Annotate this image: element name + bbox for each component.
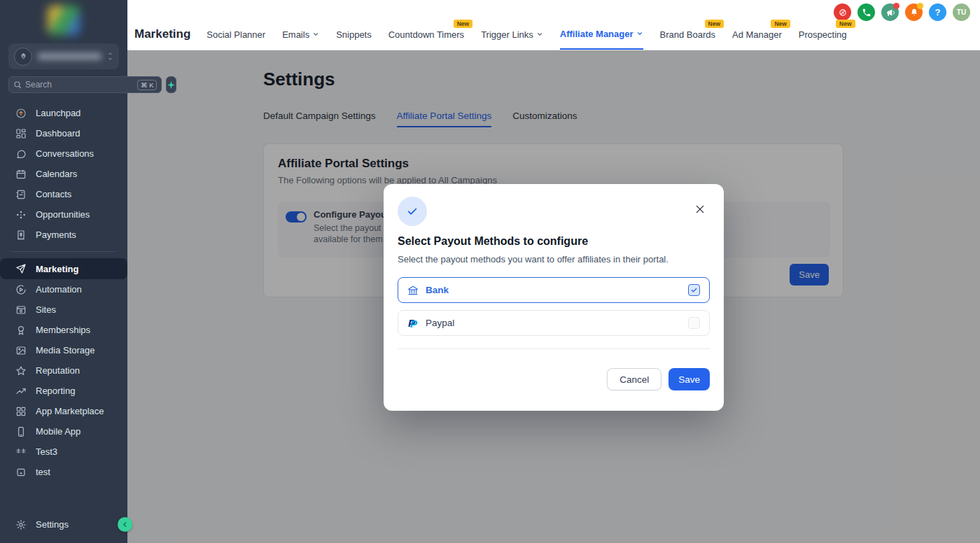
account-name-redacted [38, 52, 102, 60]
sidebar-item-label: Conversations [36, 148, 94, 159]
dashboard-icon [15, 128, 27, 139]
sidebar-item-reputation[interactable]: Reputation [0, 360, 127, 381]
sidebar-item-mobile-app[interactable]: Mobile App [0, 421, 127, 442]
cancel-button[interactable]: Cancel [607, 368, 662, 390]
chat-bubble-icon [15, 148, 27, 160]
bell-icon [909, 8, 919, 17]
sidebar-item-label: Memberships [36, 325, 90, 335]
tab-trigger-links[interactable]: Trigger Links [481, 19, 543, 50]
payout-option-paypal[interactable]: PP Paypal [398, 310, 710, 336]
ai-spark-button[interactable] [166, 76, 176, 93]
sidebar-item-label: test [36, 467, 50, 477]
sidebar-item-contacts[interactable]: Contacts [0, 184, 127, 204]
sidebar-divider [11, 251, 116, 252]
tab-ad-manager[interactable]: Ad Manager New [732, 19, 782, 50]
check-icon [690, 286, 698, 294]
spark-icon [167, 80, 176, 90]
automation-icon [15, 284, 27, 295]
modal-footer: Cancel Save [398, 368, 710, 390]
record-slash-icon [838, 8, 848, 17]
paper-plane-icon [15, 263, 27, 274]
account-switcher[interactable] [8, 43, 119, 69]
sidebar-item-reporting[interactable]: Reporting [0, 381, 127, 401]
agency-logo-image [48, 6, 80, 35]
select-payout-methods-modal: Select Payout Methods to configure Selec… [384, 184, 724, 411]
sidebar-item-label: Automation [36, 284, 82, 295]
browser-window-icon [15, 304, 27, 316]
tab-emails[interactable]: Emails [282, 19, 319, 50]
tab-brand-boards[interactable]: Brand Boards New [660, 19, 716, 50]
sidebar-item-payments[interactable]: Payments [0, 225, 127, 245]
smartphone-icon [15, 426, 27, 437]
agency-logo [0, 0, 127, 41]
sidebar-item-settings[interactable]: Settings [0, 514, 127, 535]
tab-snippets[interactable]: Snippets [336, 19, 372, 50]
award-icon [15, 325, 27, 336]
search-input[interactable] [25, 80, 134, 90]
app-window: ⌘ K Launchpad Dashboard Conversations Ca… [0, 0, 980, 543]
sidebar-item-label: Media Storage [36, 345, 95, 355]
megaphone-icon [886, 8, 895, 17]
sidebar-item-app-marketplace[interactable]: App Marketplace [0, 401, 127, 421]
chevron-updown-icon [107, 52, 113, 61]
sidebar: ⌘ K Launchpad Dashboard Conversations Ca… [0, 0, 127, 543]
location-pin-icon [14, 48, 32, 66]
sidebar-item-label: Test3 [36, 446, 57, 457]
sidebar-item-dashboard[interactable]: Dashboard [0, 123, 127, 143]
sidebar-item-label: Dashboard [36, 128, 80, 139]
bank-checkbox[interactable] [688, 284, 700, 296]
sidebar-item-automation[interactable]: Automation [0, 279, 127, 299]
check-circle-icon [398, 197, 427, 226]
search-shortcut-kbd: ⌘ K [137, 80, 157, 90]
sidebar-item-marketing[interactable]: Marketing [0, 258, 127, 279]
sidebar-item-label: Payments [36, 230, 76, 240]
new-badge: New [454, 20, 472, 28]
sidebar-item-media-storage[interactable]: Media Storage [0, 340, 127, 360]
search-icon [13, 80, 22, 89]
sidebar-item-test3[interactable]: Test3 [0, 442, 127, 462]
modal-divider [398, 348, 710, 349]
close-button[interactable] [694, 204, 706, 215]
sidebar-collapse-button[interactable] [118, 517, 132, 532]
sidebar-item-label: Reputation [36, 365, 80, 376]
launchpad-icon [15, 108, 27, 119]
tab-countdown-timers[interactable]: Countdown Timers New [388, 19, 464, 50]
chevron-down-icon [636, 30, 643, 37]
calendar-icon [15, 169, 27, 180]
bank-icon [407, 285, 419, 296]
option-label: Paypal [426, 318, 454, 328]
sidebar-item-launchpad[interactable]: Launchpad [0, 103, 127, 123]
sidebar-item-label: Mobile App [36, 426, 80, 437]
sidebar-item-memberships[interactable]: Memberships [0, 320, 127, 340]
notification-dot [893, 3, 899, 9]
save-button[interactable]: Save [668, 368, 710, 390]
phone-icon [862, 8, 872, 17]
tab-social-planner[interactable]: Social Planner [206, 19, 265, 50]
grid-icon [15, 406, 27, 417]
sidebar-item-label: Reporting [36, 386, 75, 396]
top-header: ? TU Marketing Social Planner Emails Sni… [127, 0, 980, 50]
paypal-checkbox[interactable] [688, 317, 700, 329]
chevron-down-icon [536, 31, 543, 38]
search-input-wrap[interactable]: ⌘ K [8, 76, 162, 93]
tab-affiliate-manager[interactable]: Affiliate Manager [560, 19, 643, 50]
opportunities-icon [15, 209, 27, 220]
tab-prospecting[interactable]: Prospecting New [799, 19, 847, 50]
sidebar-item-label: Settings [36, 519, 69, 530]
sidebar-item-label: Contacts [36, 189, 71, 199]
sidebar-item-calendars[interactable]: Calendars [0, 164, 127, 184]
payout-option-bank[interactable]: Bank [398, 277, 710, 303]
new-badge: New [771, 20, 790, 28]
sidebar-nav: Launchpad Dashboard Conversations Calend… [0, 103, 127, 482]
sidebar-item-conversations[interactable]: Conversations [0, 143, 127, 164]
sidebar-item-sites[interactable]: Sites [0, 299, 127, 320]
modal-title: Select Payout Methods to configure [398, 235, 710, 248]
sidebar-item-opportunities[interactable]: Opportunities [0, 204, 127, 225]
star-icon [15, 365, 27, 376]
sidebar-item-test[interactable]: test [0, 462, 127, 482]
paypal-icon: PP [407, 318, 419, 329]
chevron-left-icon [121, 521, 129, 528]
question-mark-icon: ? [935, 7, 941, 17]
chevron-down-icon [312, 31, 319, 38]
sidebar-item-label: Sites [36, 304, 56, 315]
